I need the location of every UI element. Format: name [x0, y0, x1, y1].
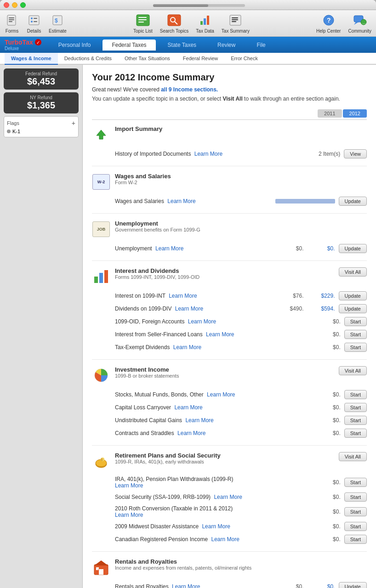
- sub-nav-deductions-credits[interactable]: Deductions & Credits: [58, 53, 118, 65]
- item-history-imported: History of Imported Documents Learn More…: [92, 147, 367, 160]
- contracts-start-button[interactable]: Start: [344, 429, 367, 438]
- undistributed-start-button[interactable]: Start: [344, 416, 367, 425]
- item-roth-label: 2010 Roth Conversion (Taxable in 2011 & …: [115, 505, 309, 518]
- 1099-oid-learn-more[interactable]: Learn More: [188, 318, 216, 325]
- estimate-label: Estimate: [49, 28, 67, 34]
- unemployment-learn-more[interactable]: Learn More: [155, 245, 183, 252]
- svg-text:$: $: [101, 458, 103, 462]
- capital-loss-learn-more[interactable]: Learn More: [174, 404, 202, 411]
- 1099-oid-start-button[interactable]: Start: [344, 317, 367, 326]
- unemployment-icon: JOB: [92, 220, 110, 238]
- 1099-int-learn-more[interactable]: Learn More: [169, 293, 197, 299]
- canadian-start-button[interactable]: Start: [344, 535, 367, 544]
- investment-visit-all-button[interactable]: Visit All: [339, 366, 367, 375]
- stocks-learn-more[interactable]: Learn More: [207, 391, 235, 398]
- 1099-div-learn-more[interactable]: Learn More: [175, 305, 203, 312]
- svg-rect-24: [232, 21, 236, 22]
- toolbar-search-topics[interactable]: Search Topics: [160, 13, 189, 34]
- toolbar-tax-data[interactable]: Tax Data: [196, 13, 214, 34]
- toolbar-topic-list[interactable]: Topic List: [133, 13, 153, 34]
- flags-add-button[interactable]: +: [72, 119, 75, 127]
- roth-learn-more[interactable]: Learn More: [115, 512, 143, 518]
- item-tax-exempt-dividends: Tax-Exempt Dividends Learn More $0. Star…: [92, 341, 367, 354]
- canadian-learn-more[interactable]: Learn More: [211, 536, 239, 543]
- contracts-learn-more[interactable]: Learn More: [177, 430, 205, 436]
- 1099-int-update-button[interactable]: Update: [339, 291, 367, 300]
- toolbar-estimate[interactable]: $ Estimate: [49, 13, 67, 34]
- ny-refund-box: NY Refund $1,365: [4, 92, 79, 113]
- ny-refund-label: NY Refund: [8, 95, 74, 100]
- item-unemployment: Unemployment Learn More $0. $0. Update: [92, 242, 367, 255]
- section-interest-title-area: Interest and Dividends Forms 1099-INT, 1…: [115, 267, 334, 280]
- item-midwest-label: 2009 Midwest Disaster Assistance Learn M…: [115, 523, 309, 530]
- nav-tab-review[interactable]: Review: [208, 40, 245, 51]
- year-tab-2011[interactable]: 2011: [318, 109, 342, 118]
- undistributed-learn-more[interactable]: Learn More: [185, 417, 213, 424]
- interest-visit-all-button[interactable]: Visit All: [339, 267, 367, 277]
- sub-nav-other-tax[interactable]: Other Tax Situations: [118, 53, 177, 65]
- section-interest-subtitle: Forms 1099-INT, 1099-DIV, 1099-OID: [115, 274, 334, 280]
- item-tax-exempt-2011: $0.: [313, 344, 341, 351]
- close-button[interactable]: [4, 2, 9, 8]
- unemployment-update-button[interactable]: Update: [339, 244, 367, 253]
- wages-update-button[interactable]: Update: [339, 197, 367, 206]
- wages-learn-more[interactable]: Learn More: [167, 198, 195, 204]
- nav-tab-state-taxes[interactable]: State Taxes: [159, 40, 205, 51]
- toolbar-forms[interactable]: Forms: [5, 13, 19, 34]
- section-import-summary-title-area: Import Summary: [115, 125, 367, 132]
- rentals-learn-more[interactable]: Learn More: [172, 583, 200, 588]
- rentals-update-button[interactable]: Update: [339, 582, 367, 588]
- nav-tab-personal-info[interactable]: Personal Info: [49, 40, 100, 51]
- maximize-button[interactable]: [20, 2, 26, 8]
- item-1099-div-2012: $594.: [308, 305, 335, 312]
- item-stocks-label: Stocks, Mutual Funds, Bonds, Other Learn…: [115, 391, 309, 398]
- ira-start-button[interactable]: Start: [344, 478, 367, 487]
- toolbar-tax-summary[interactable]: Tax Summary: [222, 13, 250, 34]
- history-view-button[interactable]: View: [344, 149, 367, 158]
- nav-tab-file[interactable]: File: [247, 40, 274, 51]
- import-summary-icon: [92, 125, 110, 144]
- estimate-icon: $: [50, 13, 65, 28]
- tax-exempt-learn-more[interactable]: Learn More: [173, 344, 201, 351]
- item-contracts-label: Contracts and Straddles Learn More: [115, 430, 309, 436]
- toolbar-community[interactable]: ... Community: [348, 13, 371, 34]
- sub-nav-error-check[interactable]: Error Check: [224, 53, 264, 65]
- search-topics-icon: [167, 13, 182, 28]
- tax-exempt-start-button[interactable]: Start: [344, 343, 367, 352]
- progress-track: [153, 4, 245, 7]
- midwest-start-button[interactable]: Start: [344, 522, 367, 531]
- sub-nav: Wages & Income Deductions & Credits Othe…: [0, 53, 376, 65]
- toolbar-help-center[interactable]: ? Help Center: [316, 13, 341, 34]
- minimize-button[interactable]: [12, 2, 17, 8]
- help-center-label: Help Center: [316, 28, 341, 34]
- seller-financed-learn-more[interactable]: Learn More: [206, 331, 234, 338]
- ss-start-button[interactable]: Start: [344, 492, 367, 502]
- ira-learn-more[interactable]: Learn More: [115, 482, 143, 489]
- toolbar-details[interactable]: Details: [27, 13, 41, 34]
- item-rentals-label: Rentals and Royalties Learn More: [115, 583, 273, 588]
- sub-nav-wages-income[interactable]: Wages & Income: [5, 53, 58, 65]
- section-investment-subtitle: 1099-B or broker statements: [115, 373, 334, 379]
- sub-nav-federal-review[interactable]: Federal Review: [177, 53, 224, 65]
- section-rentals-title-area: Rentals and Royalties Income and expense…: [115, 558, 367, 571]
- section-retirement-title-area: Retirement Plans and Social Security 109…: [115, 452, 334, 464]
- 1099-div-update-button[interactable]: Update: [339, 304, 367, 313]
- stocks-start-button[interactable]: Start: [344, 390, 367, 399]
- sidebar: Federal Refund $6,453 NY Refund $1,365 F…: [0, 65, 83, 588]
- retirement-visit-all-button[interactable]: Visit All: [339, 452, 367, 461]
- history-learn-more[interactable]: Learn More: [194, 151, 222, 157]
- progress-bar-area: [26, 3, 372, 7]
- w2-icon: W-2: [92, 174, 110, 190]
- capital-loss-start-button[interactable]: Start: [344, 403, 367, 412]
- roth-start-button[interactable]: Start: [344, 507, 367, 516]
- item-rentals-royalties: Rentals and Royalties Learn More $0. $0.…: [92, 580, 367, 588]
- midwest-learn-more[interactable]: Learn More: [202, 523, 230, 530]
- item-wages-salaries: Wages and Salaries Learn More Update: [92, 195, 367, 208]
- ss-learn-more[interactable]: Learn More: [214, 494, 242, 500]
- main-layout: Federal Refund $6,453 NY Refund $1,365 F…: [0, 65, 376, 588]
- seller-financed-start-button[interactable]: Start: [344, 330, 367, 339]
- year-tab-2012[interactable]: 2012: [343, 109, 367, 118]
- section-wages-title: Wages and Salaries: [115, 173, 367, 180]
- nav-tab-federal-taxes[interactable]: Federal Taxes: [103, 40, 155, 51]
- section-rentals: S Rentals and Royalties Income and expen…: [92, 558, 367, 588]
